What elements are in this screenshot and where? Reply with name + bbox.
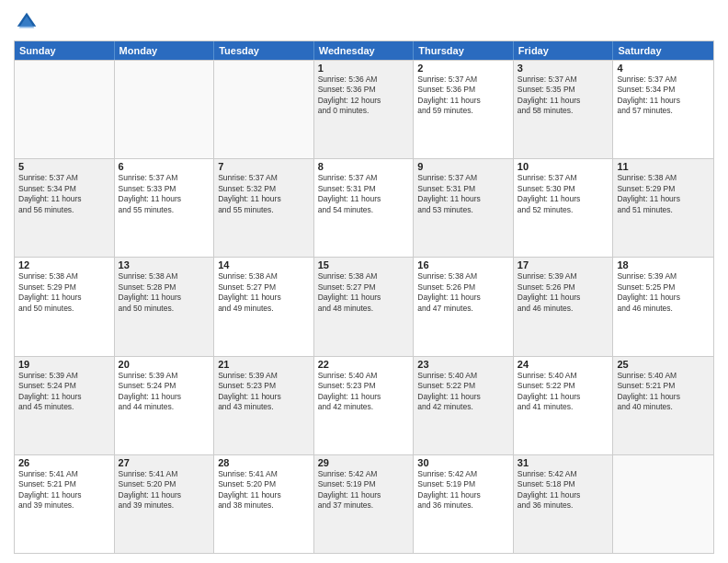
cal-cell-row2-col4: 16Sunrise: 5:38 AMSunset: 5:26 PMDayligh… (414, 258, 514, 355)
cal-cell-row0-col3: 1Sunrise: 5:36 AMSunset: 5:36 PMDaylight… (314, 61, 415, 158)
calendar-row-1: 1Sunrise: 5:36 AMSunset: 5:36 PMDaylight… (15, 60, 713, 158)
cal-cell-row3-col4: 23Sunrise: 5:40 AMSunset: 5:22 PMDayligh… (414, 357, 514, 454)
cell-info: Sunrise: 5:40 AMSunset: 5:21 PMDaylight:… (617, 371, 710, 413)
cal-cell-row2-col5: 17Sunrise: 5:39 AMSunset: 5:26 PMDayligh… (514, 258, 614, 355)
header-day-monday: Monday (115, 41, 215, 60)
day-number: 16 (417, 259, 509, 270)
cal-cell-row2-col6: 18Sunrise: 5:39 AMSunset: 5:25 PMDayligh… (613, 258, 713, 355)
cell-info: Sunrise: 5:37 AMSunset: 5:31 PMDaylight:… (417, 173, 509, 215)
cal-cell-row4-col0: 26Sunrise: 5:41 AMSunset: 5:21 PMDayligh… (15, 455, 115, 553)
header-day-saturday: Saturday (613, 41, 713, 60)
cell-info: Sunrise: 5:38 AMSunset: 5:26 PMDaylight:… (417, 271, 509, 314)
cell-info: Sunrise: 5:40 AMSunset: 5:23 PMDaylight:… (318, 371, 410, 413)
cal-cell-row3-col6: 25Sunrise: 5:40 AMSunset: 5:21 PMDayligh… (613, 357, 713, 454)
cal-cell-row1-col0: 5Sunrise: 5:37 AMSunset: 5:34 PMDaylight… (15, 159, 115, 257)
calendar: SundayMondayTuesdayWednesdayThursdayFrid… (14, 40, 714, 554)
cell-info: Sunrise: 5:38 AMSunset: 5:29 PMDaylight:… (617, 173, 710, 215)
cell-info: Sunrise: 5:39 AMSunset: 5:24 PMDaylight:… (18, 371, 110, 413)
day-number: 29 (318, 457, 410, 468)
header-day-tuesday: Tuesday (214, 41, 314, 60)
day-number: 12 (18, 259, 110, 270)
day-number: 20 (119, 359, 210, 370)
cal-cell-row0-col0 (15, 61, 115, 158)
cal-cell-row3-col2: 21Sunrise: 5:39 AMSunset: 5:23 PMDayligh… (214, 357, 314, 454)
cal-cell-row0-col5: 3Sunrise: 5:37 AMSunset: 5:35 PMDaylight… (514, 61, 614, 158)
day-number: 30 (417, 457, 509, 468)
day-number: 6 (119, 161, 210, 172)
cell-info: Sunrise: 5:42 AMSunset: 5:18 PMDaylight:… (518, 469, 609, 511)
cell-info: Sunrise: 5:37 AMSunset: 5:35 PMDaylight:… (518, 75, 609, 117)
cal-cell-row3-col5: 24Sunrise: 5:40 AMSunset: 5:22 PMDayligh… (514, 357, 614, 454)
cell-info: Sunrise: 5:41 AMSunset: 5:21 PMDaylight:… (18, 469, 110, 511)
cal-cell-row0-col2 (214, 61, 314, 158)
page: SundayMondayTuesdayWednesdayThursdayFrid… (0, 0, 728, 563)
cal-cell-row4-col3: 29Sunrise: 5:42 AMSunset: 5:19 PMDayligh… (314, 455, 415, 553)
calendar-row-2: 5Sunrise: 5:37 AMSunset: 5:34 PMDaylight… (15, 158, 713, 257)
cal-cell-row2-col0: 12Sunrise: 5:38 AMSunset: 5:29 PMDayligh… (15, 258, 115, 355)
cell-info: Sunrise: 5:41 AMSunset: 5:20 PMDaylight:… (119, 469, 210, 511)
header (14, 9, 714, 35)
cal-cell-row2-col1: 13Sunrise: 5:38 AMSunset: 5:28 PMDayligh… (115, 258, 215, 355)
day-number: 9 (417, 161, 509, 172)
day-number: 10 (518, 161, 609, 172)
logo (14, 9, 43, 35)
cal-cell-row1-col2: 7Sunrise: 5:37 AMSunset: 5:32 PMDaylight… (214, 159, 314, 257)
header-day-thursday: Thursday (414, 41, 514, 60)
day-number: 8 (318, 161, 410, 172)
cal-cell-row3-col0: 19Sunrise: 5:39 AMSunset: 5:24 PMDayligh… (15, 357, 115, 454)
day-number: 2 (417, 63, 509, 74)
cal-cell-row1-col3: 8Sunrise: 5:37 AMSunset: 5:31 PMDaylight… (314, 159, 415, 257)
cell-info: Sunrise: 5:39 AMSunset: 5:25 PMDaylight:… (617, 271, 710, 314)
cell-info: Sunrise: 5:39 AMSunset: 5:23 PMDaylight:… (218, 371, 310, 413)
day-number: 15 (318, 259, 410, 270)
day-number: 28 (218, 457, 310, 468)
cell-info: Sunrise: 5:39 AMSunset: 5:26 PMDaylight:… (518, 271, 609, 314)
cell-info: Sunrise: 5:38 AMSunset: 5:27 PMDaylight:… (318, 271, 410, 314)
cell-info: Sunrise: 5:37 AMSunset: 5:33 PMDaylight:… (119, 173, 210, 215)
calendar-body: 1Sunrise: 5:36 AMSunset: 5:36 PMDaylight… (15, 60, 713, 553)
cal-cell-row3-col1: 20Sunrise: 5:39 AMSunset: 5:24 PMDayligh… (115, 357, 215, 454)
day-number: 14 (218, 259, 310, 270)
day-number: 26 (18, 457, 110, 468)
day-number: 21 (218, 359, 310, 370)
calendar-row-5: 26Sunrise: 5:41 AMSunset: 5:21 PMDayligh… (15, 454, 713, 553)
day-number: 17 (518, 259, 609, 270)
cell-info: Sunrise: 5:41 AMSunset: 5:20 PMDaylight:… (218, 469, 310, 511)
cell-info: Sunrise: 5:40 AMSunset: 5:22 PMDaylight:… (417, 371, 509, 413)
cal-cell-row3-col3: 22Sunrise: 5:40 AMSunset: 5:23 PMDayligh… (314, 357, 415, 454)
day-number: 25 (617, 359, 710, 370)
cal-cell-row4-col2: 28Sunrise: 5:41 AMSunset: 5:20 PMDayligh… (214, 455, 314, 553)
cal-cell-row4-col6 (613, 455, 713, 553)
day-number: 27 (119, 457, 210, 468)
day-number: 19 (18, 359, 110, 370)
cell-info: Sunrise: 5:38 AMSunset: 5:29 PMDaylight:… (18, 271, 110, 314)
cal-cell-row0-col1 (115, 61, 215, 158)
cal-cell-row1-col1: 6Sunrise: 5:37 AMSunset: 5:33 PMDaylight… (115, 159, 215, 257)
cal-cell-row0-col6: 4Sunrise: 5:37 AMSunset: 5:34 PMDaylight… (613, 61, 713, 158)
header-day-wednesday: Wednesday (314, 41, 415, 60)
cell-info: Sunrise: 5:37 AMSunset: 5:34 PMDaylight:… (18, 173, 110, 215)
cell-info: Sunrise: 5:38 AMSunset: 5:27 PMDaylight:… (218, 271, 310, 314)
cell-info: Sunrise: 5:37 AMSunset: 5:30 PMDaylight:… (518, 173, 609, 215)
day-number: 3 (518, 63, 609, 74)
day-number: 23 (417, 359, 509, 370)
day-number: 7 (218, 161, 310, 172)
cell-info: Sunrise: 5:42 AMSunset: 5:19 PMDaylight:… (417, 469, 509, 511)
day-number: 22 (318, 359, 410, 370)
day-number: 4 (617, 63, 710, 74)
cal-cell-row4-col5: 31Sunrise: 5:42 AMSunset: 5:18 PMDayligh… (514, 455, 614, 553)
cell-info: Sunrise: 5:37 AMSunset: 5:31 PMDaylight:… (318, 173, 410, 215)
calendar-row-3: 12Sunrise: 5:38 AMSunset: 5:29 PMDayligh… (15, 257, 713, 355)
day-number: 11 (617, 161, 710, 172)
cal-cell-row0-col4: 2Sunrise: 5:37 AMSunset: 5:36 PMDaylight… (414, 61, 514, 158)
day-number: 13 (119, 259, 210, 270)
header-day-sunday: Sunday (15, 41, 115, 60)
cal-cell-row1-col4: 9Sunrise: 5:37 AMSunset: 5:31 PMDaylight… (414, 159, 514, 257)
cal-cell-row1-col6: 11Sunrise: 5:38 AMSunset: 5:29 PMDayligh… (613, 159, 713, 257)
cell-info: Sunrise: 5:36 AMSunset: 5:36 PMDaylight:… (318, 75, 410, 117)
day-number: 24 (518, 359, 609, 370)
cal-cell-row2-col3: 15Sunrise: 5:38 AMSunset: 5:27 PMDayligh… (314, 258, 415, 355)
cell-info: Sunrise: 5:37 AMSunset: 5:32 PMDaylight:… (218, 173, 310, 215)
logo-icon (14, 9, 40, 35)
cell-info: Sunrise: 5:40 AMSunset: 5:22 PMDaylight:… (518, 371, 609, 413)
